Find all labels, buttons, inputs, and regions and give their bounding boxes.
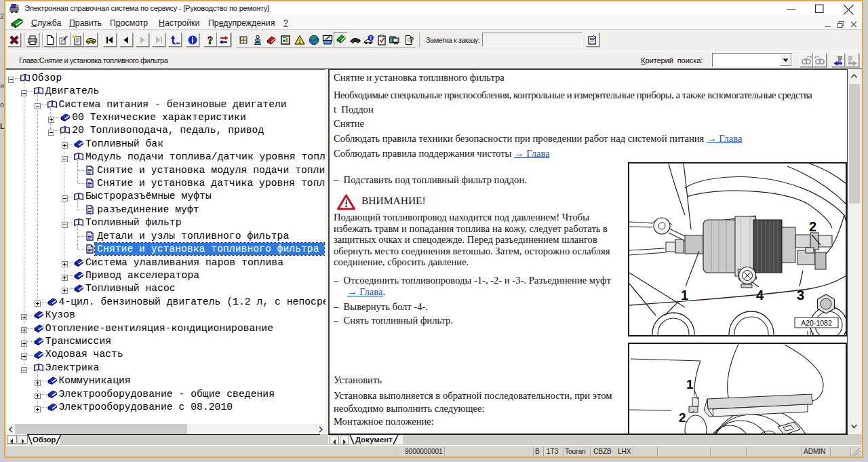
svg-text:2: 2 <box>809 219 816 234</box>
svg-text:3: 3 <box>797 288 804 303</box>
svg-text:?: ? <box>410 35 414 45</box>
svg-text:1: 1 <box>681 288 688 303</box>
svg-text:A20-1082: A20-1082 <box>801 319 832 327</box>
svg-text:2: 2 <box>679 410 686 425</box>
svg-text:4: 4 <box>756 288 764 303</box>
svg-text:1: 1 <box>686 377 694 391</box>
svg-text:?: ? <box>208 35 213 45</box>
